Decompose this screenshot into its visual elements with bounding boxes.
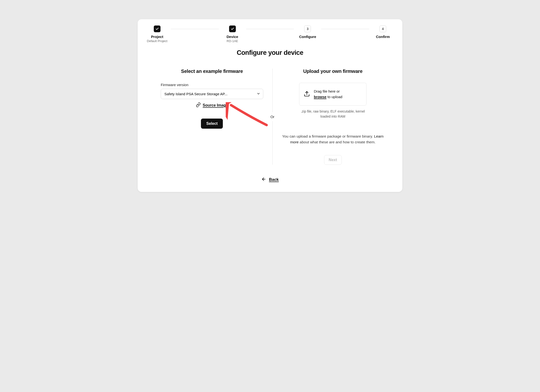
upload-description: You can upload a firmware package or fir…	[282, 133, 384, 145]
column-divider: Or	[270, 69, 275, 165]
step-label: Confirm	[376, 35, 390, 39]
step-connector	[171, 29, 219, 29]
or-label: Or	[270, 115, 275, 119]
source-image-link[interactable]: Source Image	[203, 103, 228, 107]
content-columns: Select an example firmware Firmware vers…	[146, 69, 394, 165]
step-device[interactable]: Device RD-1AE	[222, 25, 243, 43]
link-icon	[196, 102, 201, 108]
checkmark-icon	[229, 25, 236, 32]
step-configure[interactable]: 3 Configure	[297, 25, 318, 39]
checkmark-icon	[154, 25, 161, 32]
browse-link[interactable]: browse	[314, 95, 327, 99]
firmware-version-label: Firmware version	[161, 83, 263, 87]
source-image-row: Source Image	[196, 102, 228, 108]
step-sublabel: Default Project	[147, 39, 167, 43]
stepper: Project Default Project Device RD-1AE 3 …	[146, 25, 394, 43]
column-upload-firmware: Upload your own firmware Drag file here …	[274, 69, 394, 165]
drop-text: Drag file here or browse to upload	[314, 89, 342, 100]
arrow-left-icon	[261, 177, 266, 182]
step-label: Project	[151, 35, 163, 39]
upload-icon	[304, 91, 310, 98]
select-button[interactable]: Select	[201, 119, 223, 129]
back-label: Back	[269, 177, 279, 182]
step-confirm[interactable]: 4 Confirm	[372, 25, 394, 39]
step-label: Configure	[299, 35, 316, 39]
back-button[interactable]: Back	[146, 177, 394, 182]
column-heading: Upload your own firmware	[303, 69, 362, 74]
step-number: 4	[379, 25, 386, 32]
step-label: Device	[226, 35, 238, 39]
step-project[interactable]: Project Default Project	[146, 25, 168, 43]
firmware-version-select[interactable]: Safety Island PSA Secure Storage AP...	[161, 89, 263, 99]
page-title: Configure your device	[146, 49, 394, 57]
step-sublabel: RD-1AE	[227, 39, 238, 43]
firmware-version-select-wrap: Safety Island PSA Secure Storage AP...	[161, 89, 263, 99]
column-example-firmware: Select an example firmware Firmware vers…	[146, 69, 270, 165]
upload-hint: .zip file, raw binary, ELF executable, k…	[297, 109, 369, 119]
column-heading: Select an example firmware	[181, 69, 243, 74]
file-drop-zone[interactable]: Drag file here or browse to upload	[299, 83, 366, 106]
next-button[interactable]: Next	[324, 155, 342, 165]
step-number: 3	[304, 25, 311, 32]
step-connector	[321, 29, 369, 29]
wizard-card: Project Default Project Device RD-1AE 3 …	[138, 19, 402, 192]
step-connector	[246, 29, 294, 29]
